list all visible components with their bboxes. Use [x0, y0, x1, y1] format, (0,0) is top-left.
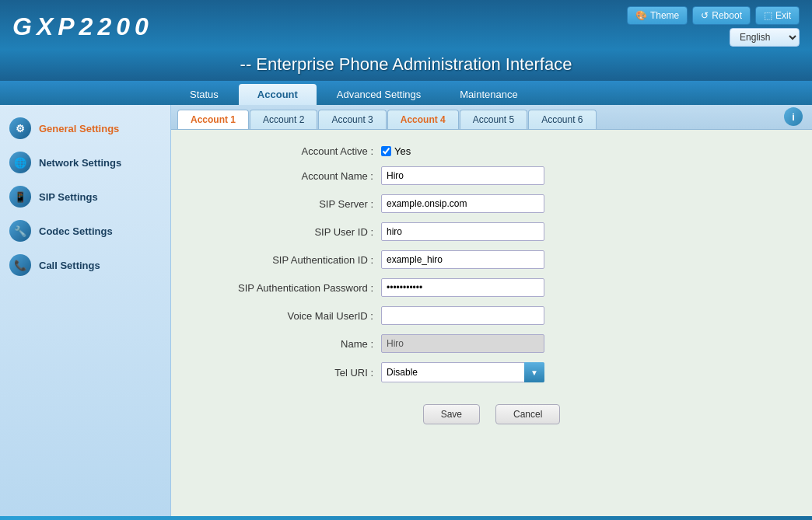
- cancel-button[interactable]: Cancel: [495, 404, 560, 424]
- exit-button[interactable]: ⬚ Exit: [755, 6, 800, 25]
- theme-icon: 🎨: [635, 10, 647, 21]
- voicemail-userid-input[interactable]: [381, 306, 544, 325]
- sidebar-label-general-settings: General Settings: [39, 123, 119, 134]
- sub-tab-account2[interactable]: Account 2: [250, 110, 317, 129]
- language-select[interactable]: English Chinese French German Spanish: [730, 28, 800, 47]
- tel-uri-row: Tel URI : Disable User=Phone Enable URI …: [202, 362, 781, 382]
- form-area: Account Active : Yes Account Name : SIP …: [171, 130, 812, 516]
- action-buttons: Save Cancel: [202, 392, 781, 437]
- header: GXP2200 🎨 Theme ↺ Reboot ⬚ Exit English …: [0, 0, 812, 50]
- sip-settings-icon: 📱: [9, 186, 31, 208]
- sidebar-item-network-settings[interactable]: 🌐 Network Settings: [0, 145, 170, 180]
- sub-tabs: Account 1 Account 2 Account 3 Account 4 …: [171, 105, 812, 130]
- name-row: Name :: [202, 334, 781, 353]
- sidebar-label-sip-settings: SIP Settings: [39, 191, 98, 203]
- sidebar-label-codec-settings: Codec Settings: [39, 225, 113, 237]
- sip-auth-id-input[interactable]: [381, 250, 544, 269]
- sidebar-item-sip-settings[interactable]: 📱 SIP Settings: [0, 180, 170, 214]
- sip-auth-password-label: SIP Authentication Password :: [202, 282, 373, 294]
- tel-uri-label: Tel URI :: [202, 367, 373, 379]
- network-settings-icon: 🌐: [9, 152, 31, 173]
- account-active-checkbox-wrapper: Yes: [381, 145, 411, 157]
- sub-tab-account5[interactable]: Account 5: [460, 110, 527, 129]
- account-active-checkbox[interactable]: [381, 146, 391, 156]
- main-content: Account 1 Account 2 Account 3 Account 4 …: [171, 105, 812, 516]
- theme-button[interactable]: 🎨 Theme: [627, 6, 688, 25]
- content-area: ⚙ General Settings 🌐 Network Settings 📱 …: [0, 105, 812, 516]
- account-name-row: Account Name :: [202, 166, 781, 185]
- sub-tab-account4[interactable]: Account 4: [387, 110, 459, 129]
- sip-auth-password-input[interactable]: [381, 278, 544, 297]
- main-nav: Status Account Advanced Settings Mainten…: [0, 81, 812, 105]
- tab-maintenance[interactable]: Maintenance: [441, 84, 536, 105]
- sip-user-id-input[interactable]: [381, 222, 544, 241]
- tab-account[interactable]: Account: [239, 84, 317, 105]
- page-title: -- Enterprise Phone Administration Inter…: [0, 54, 812, 75]
- name-input[interactable]: [381, 334, 544, 353]
- name-label: Name :: [202, 338, 373, 350]
- sip-auth-id-row: SIP Authentication ID :: [202, 250, 781, 269]
- sidebar: ⚙ General Settings 🌐 Network Settings 📱 …: [0, 105, 171, 516]
- logo: GXP2200: [12, 12, 153, 41]
- sidebar-item-call-settings[interactable]: 📞 Call Settings: [0, 248, 170, 282]
- account-active-row: Account Active : Yes: [202, 145, 781, 157]
- sidebar-label-network-settings: Network Settings: [39, 157, 121, 169]
- reboot-button[interactable]: ↺ Reboot: [692, 6, 751, 25]
- sub-tab-account1[interactable]: Account 1: [177, 110, 249, 129]
- sip-user-id-label: SIP User ID :: [202, 226, 373, 238]
- sidebar-item-codec-settings[interactable]: 🔧 Codec Settings: [0, 214, 170, 248]
- reboot-icon: ↺: [701, 10, 709, 21]
- account-name-input[interactable]: [381, 166, 544, 185]
- info-icon[interactable]: i: [784, 107, 803, 126]
- account-active-yes-label: Yes: [394, 145, 411, 157]
- sub-tab-account6[interactable]: Account 6: [528, 110, 596, 129]
- account-name-label: Account Name :: [202, 170, 373, 182]
- sub-tab-account3[interactable]: Account 3: [318, 110, 386, 129]
- tel-uri-select-wrapper: Disable User=Phone Enable URI Dialing ▼: [381, 362, 544, 382]
- title-bar: -- Enterprise Phone Administration Inter…: [0, 50, 812, 81]
- tel-uri-select[interactable]: Disable User=Phone Enable URI Dialing: [381, 362, 544, 382]
- call-settings-icon: 📞: [9, 254, 31, 276]
- header-right: 🎨 Theme ↺ Reboot ⬚ Exit English Chinese …: [627, 6, 800, 47]
- sip-auth-password-row: SIP Authentication Password :: [202, 278, 781, 297]
- sip-server-row: SIP Server :: [202, 194, 781, 213]
- voicemail-userid-row: Voice Mail UserID :: [202, 306, 781, 325]
- codec-settings-icon: 🔧: [9, 220, 31, 242]
- header-buttons: 🎨 Theme ↺ Reboot ⬚ Exit: [627, 6, 800, 25]
- sip-auth-id-label: SIP Authentication ID :: [202, 254, 373, 266]
- voicemail-userid-label: Voice Mail UserID :: [202, 310, 373, 322]
- exit-icon: ⬚: [764, 10, 772, 21]
- tab-status[interactable]: Status: [171, 84, 237, 105]
- sip-server-input[interactable]: [381, 194, 544, 213]
- sidebar-label-call-settings: Call Settings: [39, 260, 100, 271]
- sidebar-item-general-settings[interactable]: ⚙ General Settings: [0, 111, 170, 145]
- account-active-label: Account Active :: [202, 145, 373, 157]
- sip-user-id-row: SIP User ID :: [202, 222, 781, 241]
- sip-server-label: SIP Server :: [202, 198, 373, 210]
- general-settings-icon: ⚙: [9, 117, 31, 139]
- tab-advanced-settings[interactable]: Advanced Settings: [318, 84, 439, 105]
- save-button[interactable]: Save: [423, 404, 480, 424]
